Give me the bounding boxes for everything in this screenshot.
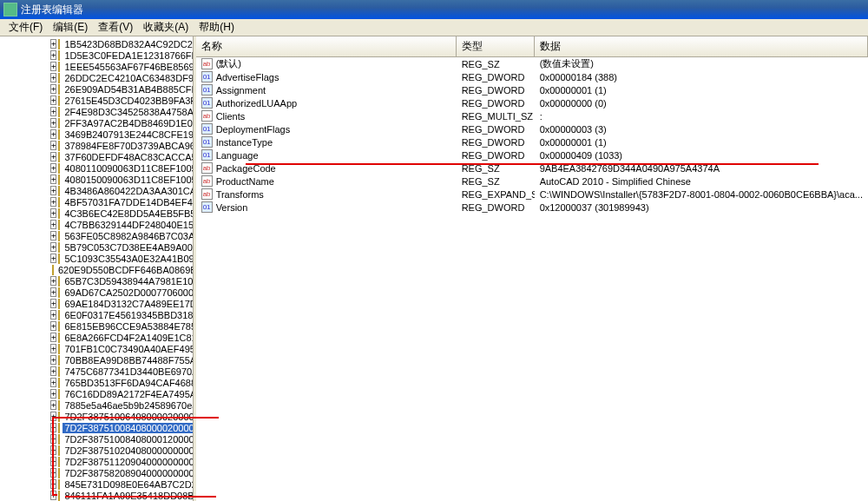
menu-favorites[interactable]: 收藏夹(A) — [138, 18, 194, 36]
expand-icon[interactable]: + — [50, 129, 56, 139]
tree-item[interactable]: +4B3486A860422DA3AA301CA8A012D781 — [0, 185, 193, 196]
expand-icon[interactable]: + — [50, 50, 56, 60]
header-name[interactable]: 名称 — [196, 36, 457, 56]
expand-icon[interactable]: + — [50, 457, 56, 466]
tree-item[interactable]: +846111FA1A99E35418DD08BDFBD6DADD — [0, 490, 193, 501]
tree-item[interactable]: +65B7C3D59438944A7981E108D75984C8 — [0, 275, 193, 287]
tree-item[interactable]: +2FF3A97AC2B4DB8469D1E0DECD39044B — [0, 117, 193, 129]
expand-icon[interactable]: + — [50, 186, 56, 195]
tree-item[interactable]: +26E909AD54B31AB4B885CFEAABB4EC9C — [0, 83, 193, 95]
header-type[interactable]: 类型 — [457, 36, 535, 56]
tree-item[interactable]: +7D2F38751120904000000000060BECB6AB — [0, 456, 193, 467]
expand-icon[interactable]: + — [50, 299, 56, 308]
tree-item[interactable]: +563FE05C8982A9846B7C03AD4A669E2A — [0, 230, 193, 241]
expand-icon[interactable]: + — [50, 220, 56, 229]
expand-icon[interactable]: + — [50, 163, 56, 173]
tree-item[interactable]: +845E731D098E0E64AB7C2D237F77665F — [0, 478, 193, 490]
tree-item[interactable]: +7D2F38751006408000020000060BECB6AB — [0, 411, 193, 422]
expand-icon[interactable]: + — [50, 378, 56, 387]
tree-item[interactable]: +1EEE545563AF67F46BE85697E4F2E6D — [0, 61, 193, 72]
expand-icon[interactable]: + — [50, 242, 56, 252]
tree-item[interactable]: +7D2F38751008408000120000060BECB6AB — [0, 433, 193, 445]
list-row[interactable]: abProductNameREG_SZAutoCAD 2010 - Simpli… — [196, 175, 868, 188]
expand-icon[interactable]: + — [50, 197, 56, 207]
list-row[interactable]: 01DeploymentFlagsREG_DWORD0x00000003 (3) — [196, 122, 868, 135]
expand-icon[interactable]: + — [50, 355, 56, 365]
expand-icon[interactable]: + — [50, 310, 56, 320]
expand-icon[interactable]: + — [50, 333, 56, 342]
tree-item[interactable]: +1D5E3C0FEDA1E12318766FED06E995A — [0, 49, 193, 61]
expand-icon[interactable]: + — [50, 479, 56, 489]
expand-icon[interactable]: + — [50, 175, 56, 184]
tree-item[interactable]: +3469B2407913E244C8CFE19AA6BE1A66 — [0, 129, 193, 140]
expand-icon[interactable]: + — [50, 287, 56, 297]
list-row[interactable]: 01VersionREG_DWORD0x12000037 (301989943) — [196, 201, 868, 214]
tree-item[interactable]: +4C7BB6329144DF248040E152A7523ED4 — [0, 219, 193, 230]
tree-item[interactable]: +765BD3513FF6DA94CAF4688F3ACCDFBF — [0, 377, 193, 388]
expand-icon[interactable]: + — [50, 62, 56, 71]
tree-item[interactable]: +76C16DD89A2172F4EA7495A3703F4D37 — [0, 388, 193, 399]
tree-item[interactable]: +69AD67CA2502D00077060000000000030 — [0, 287, 193, 298]
tree-item[interactable]: +26DDC2EC4210AC63483DF9D4FCC5B59D — [0, 72, 193, 83]
list-row[interactable]: 01LanguageREG_DWORD0x00000409 (1033) — [196, 148, 868, 162]
tree-item[interactable]: +4080150090063D11C8EF10054038389C — [0, 174, 193, 185]
expand-icon[interactable]: + — [50, 73, 56, 82]
tree-item[interactable]: +4080110090063D11C8EF10054038389C — [0, 162, 193, 174]
list-row[interactable]: abTransformsREG_EXPAND_SZC:\WINDOWS\Inst… — [196, 188, 868, 201]
tree-item[interactable]: +4C3B6EC42E8DD5A4EB5FB596FA48B3C0 — [0, 208, 193, 219]
tree-item[interactable]: +37F60DEFDF48AC83CACCA53808349739 — [0, 151, 193, 162]
tree-item[interactable]: 620E9D550BCDFF646BA0869B2722C86F — [0, 264, 193, 275]
tree-item[interactable]: +7885e5a46ae5b9b24589670ea5b6f5f1 — [0, 399, 193, 411]
expand-icon[interactable]: + — [50, 254, 56, 263]
expand-icon[interactable]: + — [50, 434, 56, 444]
list-row[interactable]: 01AuthorizedLUAAppREG_DWORD0x00000000 (0… — [196, 96, 868, 109]
expand-icon[interactable]: + — [50, 118, 56, 128]
tree-item[interactable]: +7D2F38758208904000000000060BECB6AB — [0, 467, 193, 478]
expand-icon[interactable]: + — [50, 276, 56, 286]
list-row[interactable]: 01AdvertiseFlagsREG_DWORD0x00000184 (388… — [196, 70, 868, 83]
expand-icon[interactable]: + — [50, 152, 56, 162]
list-row[interactable]: abPackageCodeREG_SZ9AB4EA3842769D344A049… — [196, 162, 868, 175]
tree-item[interactable]: +6E815EB96CCE9A53884E7857C57002F0 — [0, 320, 193, 332]
expand-icon[interactable]: + — [50, 445, 56, 455]
tree-item[interactable]: +378984FE8F70D3739ABCA96C88DA9A46 — [0, 140, 193, 151]
expand-icon[interactable]: + — [50, 366, 56, 376]
expand-icon[interactable]: + — [50, 321, 56, 331]
tree-item[interactable]: +6E8A266FCD4F2A1409E1C8110F44DBCE — [0, 332, 193, 343]
menu-help[interactable]: 帮助(H) — [194, 18, 240, 36]
expand-icon[interactable]: + — [50, 344, 56, 353]
expand-icon[interactable]: + — [50, 141, 56, 150]
expand-icon[interactable]: + — [50, 412, 56, 421]
expand-icon[interactable]: + — [50, 491, 56, 500]
tree-item[interactable]: +5C1093C35543A0E32A41B090A305076A — [0, 253, 193, 264]
expand-icon[interactable]: + — [50, 39, 56, 49]
menu-view[interactable]: 查看(V) — [93, 18, 138, 36]
menu-edit[interactable]: 编辑(E) — [48, 18, 93, 36]
registry-tree[interactable]: +1B5423D68BD832A4C92DC2094FA0AB6F+1D5E3C… — [0, 36, 194, 501]
tree-item[interactable]: +5B79C053C7D38EE4AB9A00CB3B5D2472 — [0, 241, 193, 253]
list-row[interactable]: 01InstanceTypeREG_DWORD0x00000001 (1) — [196, 135, 868, 148]
tree-item[interactable]: +70BB8EA99D8BB74488F755A69578D8A3 — [0, 354, 193, 366]
header-data[interactable]: 数据 — [535, 36, 868, 56]
list-row[interactable]: 01AssignmentREG_DWORD0x00000001 (1) — [196, 83, 868, 96]
tree-item[interactable]: −7D2F38751008408000020000060BECB6AB — [0, 422, 193, 433]
tree-item[interactable]: +6E0F0317E45619345BBD318BD1CBC646 — [0, 309, 193, 320]
list-row[interactable]: ab(默认)REG_SZ(数值未设置) — [196, 57, 868, 70]
expand-icon[interactable]: + — [50, 107, 56, 116]
expand-icon[interactable]: + — [50, 231, 56, 241]
tree-item[interactable]: +2F4E98D3C34525838A4758A06A242280 — [0, 106, 193, 117]
menu-file[interactable]: 文件(F) — [3, 18, 48, 36]
expand-icon[interactable]: + — [50, 389, 56, 399]
tree-item[interactable]: +4BF57031FA7DDE14DB4EF4C9007DC2FF — [0, 196, 193, 208]
expand-icon[interactable]: + — [50, 400, 56, 410]
tree-item[interactable]: +701FB1C0C73490A40AEF49593324100F — [0, 343, 193, 354]
list-body[interactable]: ab(默认)REG_SZ(数值未设置)01AdvertiseFlagsREG_D… — [196, 57, 868, 501]
expand-icon[interactable]: + — [50, 208, 56, 218]
list-row[interactable]: abClientsREG_MULTI_SZ: — [196, 109, 868, 122]
tree-item[interactable]: +69AE184D3132C7A489EE17D0A18F48CA — [0, 298, 193, 309]
tree-item[interactable]: +1B5423D68BD832A4C92DC2094FA0AB6F — [0, 38, 193, 49]
expand-icon[interactable]: − — [50, 423, 56, 432]
tree-item[interactable]: +7475C6877341D3440BE6970AF0AE1501 — [0, 366, 193, 377]
tree-item[interactable]: +7D2F38751020408000000000060BECB6AB — [0, 445, 193, 456]
expand-icon[interactable]: + — [50, 468, 56, 478]
